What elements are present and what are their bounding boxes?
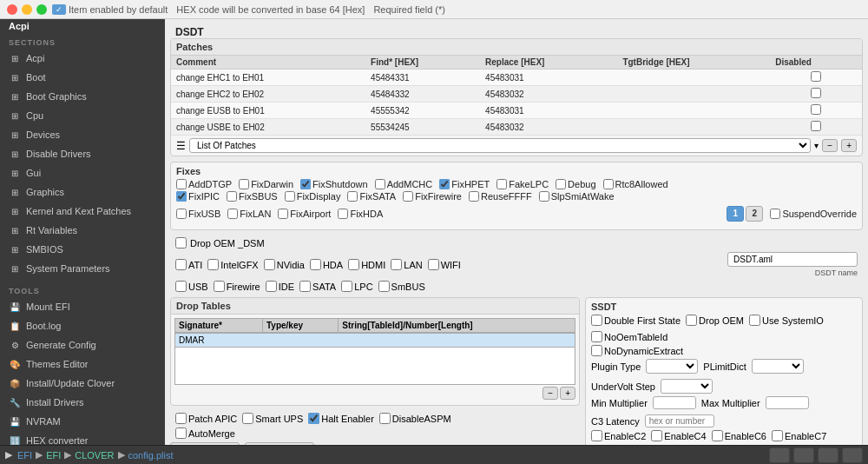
bitmask-nvidia-checkbox[interactable] — [264, 259, 275, 270]
fix-fix-firewire-checkbox[interactable] — [403, 191, 413, 202]
bitmask-hdmi-checkbox[interactable] — [348, 259, 359, 270]
fix-slp-smi-at-wake-checkbox[interactable] — [539, 191, 549, 202]
ssdt-undervolt-step-select[interactable] — [661, 379, 713, 394]
sidebar-item-install-drivers[interactable]: 🔧 Install Drivers — [0, 393, 165, 412]
fix-debug-checkbox[interactable] — [556, 179, 566, 189]
fix-rtc8allowed-checkbox[interactable] — [603, 179, 614, 189]
sidebar-item-graphics[interactable]: ⊞ Graphics — [0, 182, 165, 202]
footer-btn-2[interactable] — [793, 447, 814, 463]
fix-fix-hda-checkbox[interactable] — [338, 209, 348, 219]
sidebar-item-hex-converter[interactable]: 🔢 HEX converter — [0, 431, 165, 445]
sidebar-item-nvram[interactable]: 💾 NVRAM — [0, 412, 165, 431]
fix-fix-sbus-checkbox[interactable] — [227, 191, 237, 202]
remove-patch-button[interactable]: − — [822, 139, 838, 152]
sidebar-item-rt-variables[interactable]: ⊞ Rt Variables — [0, 221, 165, 240]
ssdt-enable-c7-checkbox[interactable] — [772, 430, 783, 441]
fix-fix-ipic-checkbox[interactable] — [176, 191, 187, 202]
ssdt-enable-c2-checkbox[interactable] — [591, 430, 602, 441]
sidebar-item-install-clover[interactable]: 📦 Install/Update Clover — [0, 374, 165, 393]
list-item[interactable]: DMAR — [175, 334, 575, 348]
ssdt-drop-oem-checkbox[interactable] — [686, 315, 697, 326]
sidebar-item-boot-log[interactable]: 📋 Boot.log — [0, 316, 165, 335]
patch-disabled-2[interactable] — [770, 86, 862, 103]
patch-disabled-3[interactable] — [770, 103, 862, 119]
bitmask-ati-checkbox[interactable] — [175, 259, 187, 270]
sidebar-item-themes-editor[interactable]: 🎨 Themes Editor — [0, 355, 165, 374]
fix-reuse-ffff-checkbox[interactable] — [469, 191, 479, 202]
fix-fix-airport-checkbox[interactable] — [278, 209, 288, 219]
footer-btn-1[interactable] — [769, 447, 790, 463]
ssdt-enable-c6-checkbox[interactable] — [712, 430, 723, 441]
fix-add-dtgp-checkbox[interactable] — [176, 179, 187, 189]
minimize-button[interactable] — [22, 4, 32, 15]
list-of-patches-select[interactable]: List Of Patches — [189, 138, 811, 153]
sidebar-item-system-params[interactable]: ⊞ System Parameters — [0, 259, 165, 278]
patch-find-3: 45555342 — [365, 103, 480, 119]
sidebar-item-mount-efi[interactable]: 💾 Mount EFI — [0, 297, 165, 316]
ssdt-max-mult-input[interactable] — [766, 396, 809, 409]
fix-fix-lan-checkbox[interactable] — [227, 209, 238, 219]
bitmask-hda-checkbox[interactable] — [310, 259, 321, 270]
patch-apic-checkbox[interactable] — [175, 413, 187, 424]
bitmask-ide-checkbox[interactable] — [266, 281, 277, 292]
ssdt-no-dynamic-extract-checkbox[interactable] — [591, 345, 602, 356]
patch-disabled-1[interactable] — [770, 70, 862, 86]
sidebar-item-label-graphics: Graphics — [26, 187, 64, 197]
ssdt-no-oem-table-id-checkbox[interactable] — [591, 331, 602, 342]
sidebar-item-acpi[interactable]: ⊞ Acpi — [0, 49, 165, 68]
ssdt-min-mult-input[interactable] — [653, 396, 696, 409]
fix-fix-sata-checkbox[interactable] — [347, 191, 358, 202]
bitmask-smbus-checkbox[interactable] — [378, 281, 390, 292]
devices-icon: ⊞ — [9, 129, 21, 141]
fix-fix-display-checkbox[interactable] — [285, 191, 295, 202]
bitmask-sata-checkbox[interactable] — [299, 281, 311, 292]
fix-fake-lpc-checkbox[interactable] — [496, 179, 507, 189]
ssdt-double-first-state-checkbox[interactable] — [591, 315, 602, 326]
kernel-kext-icon: ⊞ — [9, 205, 21, 217]
auto-merge-checkbox[interactable] — [175, 428, 187, 439]
patch-disabled-4[interactable] — [770, 119, 862, 136]
page-btn-2[interactable]: 2 — [746, 206, 763, 222]
sidebar-item-gui[interactable]: ⊞ Gui — [0, 163, 165, 182]
fix-fix-hpet-checkbox[interactable] — [439, 179, 450, 189]
bitmask-usb-checkbox[interactable] — [175, 281, 187, 292]
fix-fix-shutdown-checkbox[interactable] — [300, 179, 311, 189]
halt-enabler-checkbox[interactable] — [308, 413, 319, 424]
sidebar-item-generate-config[interactable]: ⚙ Generate Config — [0, 335, 165, 355]
footer-btn-3[interactable] — [818, 447, 838, 463]
page-btn-1[interactable]: 1 — [727, 206, 744, 222]
sidebar-item-boot[interactable]: ⊞ Boot — [0, 68, 165, 87]
ssdt-enable-c4-checkbox[interactable] — [651, 430, 662, 441]
bitmask-wifi-checkbox[interactable] — [428, 259, 439, 270]
smart-ups-checkbox[interactable] — [242, 413, 253, 424]
fix-add-mchc-checkbox[interactable] — [375, 179, 385, 189]
maximize-button[interactable] — [36, 4, 47, 15]
disable-aspm-checkbox[interactable] — [379, 413, 391, 424]
ssdt-use-systemio-checkbox[interactable] — [749, 315, 760, 326]
sidebar-item-kernel-kext[interactable]: ⊞ Kernel and Kext Patches — [0, 202, 165, 221]
fix-fix-lan-label: FixLAN — [240, 209, 271, 219]
fix-suspend-override-checkbox[interactable] — [770, 209, 780, 219]
ssdt-plugin-type-select[interactable] — [646, 359, 698, 374]
ssdt-plimit-dict-select[interactable] — [752, 359, 804, 374]
add-dt-button[interactable]: + — [560, 387, 575, 400]
close-button[interactable] — [7, 4, 17, 15]
sidebar-item-cpu[interactable]: ⊞ Cpu — [0, 106, 165, 125]
fix-fix-usb-checkbox[interactable] — [176, 209, 187, 219]
add-patch-button[interactable]: + — [841, 139, 857, 152]
ssdt-c3-latency-input[interactable] — [645, 414, 714, 428]
sidebar-item-boot-graphics[interactable]: ⊞ Boot Graphics — [0, 87, 165, 106]
footer-btn-4[interactable] — [842, 447, 863, 463]
drop-oem-dsm-checkbox[interactable] — [175, 237, 187, 249]
bitmask-lpc-checkbox[interactable] — [341, 281, 352, 292]
bitmask-firewire-checkbox[interactable] — [214, 281, 225, 292]
sidebar-item-smbios[interactable]: ⊞ SMBIOS — [0, 240, 165, 259]
remove-dt-button[interactable]: − — [542, 387, 558, 400]
fix-fix-darwin-checkbox[interactable] — [239, 179, 249, 189]
sidebar-item-disable-drivers[interactable]: ⊞ Disable Drivers — [0, 144, 165, 163]
sidebar-item-devices[interactable]: ⊞ Devices — [0, 125, 165, 144]
patches-table: Comment Find* [HEX] Replace [HEX] TgtBri… — [171, 56, 862, 136]
bitmask-intelgfx-checkbox[interactable] — [207, 259, 219, 270]
dsdt-name-input[interactable] — [727, 252, 858, 267]
bitmask-lan-checkbox[interactable] — [391, 259, 402, 270]
